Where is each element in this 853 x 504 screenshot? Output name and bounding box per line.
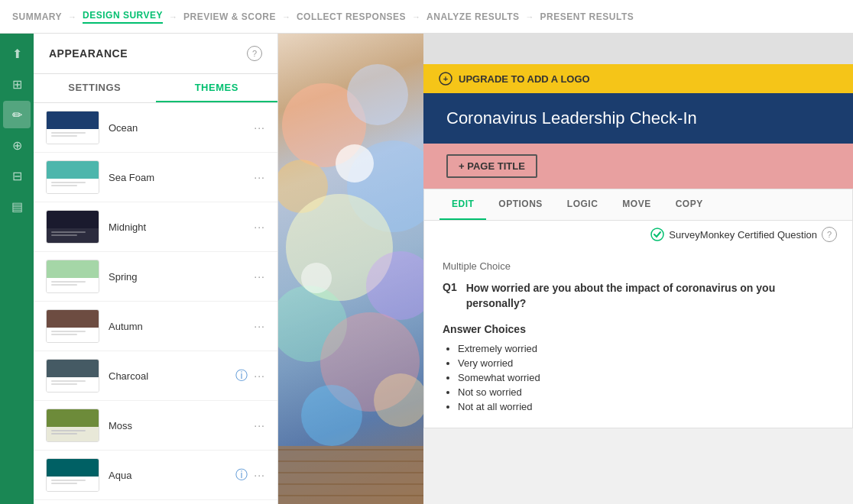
nav-arrow-5: → — [526, 12, 534, 21]
theme-name-midnight: Midnight — [109, 221, 245, 233]
tab-move[interactable]: MOVE — [610, 189, 663, 220]
theme-item-seafoam[interactable]: Sea Foam ··· — [34, 153, 277, 202]
icon-bar-upload[interactable]: ⬆ — [3, 40, 31, 67]
tab-copy[interactable]: COPY — [663, 189, 715, 220]
answer-item-4: Not so worried — [458, 386, 834, 398]
upgrade-label: UPGRADE TO ADD A LOGO — [459, 73, 590, 85]
theme-name-seafoam: Sea Foam — [109, 172, 245, 183]
answer-item-5: Not at all worried — [458, 401, 834, 412]
theme-thumb-autumn — [46, 309, 99, 343]
background-preview — [278, 34, 423, 504]
svg-point-20 — [651, 228, 663, 241]
bokeh-svg — [278, 34, 423, 504]
upgrade-icon: + — [439, 72, 452, 86]
top-bar — [423, 34, 853, 64]
survey-title: Coronavirus Leadership Check-In — [446, 108, 697, 128]
svg-point-11 — [301, 263, 332, 293]
certified-help-icon[interactable]: ? — [822, 227, 837, 242]
tab-options[interactable]: OPTIONS — [486, 189, 555, 220]
theme-item-moss[interactable]: Moss ··· — [34, 401, 277, 451]
nav-arrow-3: → — [282, 12, 290, 21]
svg-point-10 — [336, 144, 374, 183]
theme-thumb-midnight — [46, 210, 99, 244]
page-title-button[interactable]: + PAGE TITLE — [446, 154, 537, 178]
svg-point-8 — [301, 385, 362, 446]
theme-item-citylights[interactable]: City Lights ··· — [34, 500, 277, 504]
question-text: How worried are you about the impact of … — [466, 281, 834, 311]
info-icon-charcoal[interactable]: ⓘ — [235, 368, 248, 384]
theme-thumb-aqua — [46, 458, 99, 492]
sidebar-header: APPEARANCE ? — [34, 34, 277, 74]
theme-name-moss: Moss — [109, 420, 245, 431]
nav-arrow-2: → — [169, 12, 177, 21]
theme-thumb-ocean — [46, 111, 99, 144]
theme-thumb-seafoam — [46, 160, 99, 194]
theme-more-spring[interactable]: ··· — [254, 270, 265, 283]
survey-header: Coronavirus Leadership Check-In — [423, 93, 853, 144]
sidebar-title: APPEARANCE — [49, 47, 128, 60]
nav-step-analyze[interactable]: ANALYZE RESULTS — [426, 11, 520, 22]
svg-text:+: + — [443, 74, 448, 83]
theme-item-charcoal[interactable]: Charcoal ⓘ ··· — [34, 351, 277, 401]
theme-item-aqua[interactable]: Aqua ⓘ ··· — [34, 451, 277, 500]
svg-point-1 — [347, 64, 408, 125]
certified-badge: SurveyMonkey Certified Question — [650, 228, 817, 241]
info-icon-aqua[interactable]: ⓘ — [235, 467, 248, 483]
theme-more-charcoal[interactable]: ··· — [254, 370, 265, 382]
theme-item-midnight[interactable]: Midnight ··· — [34, 202, 277, 252]
icon-bar-card[interactable]: ▤ — [3, 192, 31, 220]
theme-item-spring[interactable]: Spring ··· — [34, 252, 277, 302]
theme-name-aqua: Aqua — [109, 470, 226, 481]
answer-list: Extremely worried Very worried Somewhat … — [443, 343, 834, 412]
question-row: Q1 How worried are you about the impact … — [424, 275, 852, 323]
question-panel: EDIT OPTIONS LOGIC MOVE COPY SurveyMonke… — [423, 189, 853, 428]
upgrade-banner[interactable]: + UPGRADE TO ADD A LOGO — [423, 64, 853, 93]
tab-edit[interactable]: EDIT — [439, 189, 486, 220]
nav-step-collect[interactable]: COLLECT RESPONSES — [297, 11, 406, 22]
theme-name-spring: Spring — [109, 271, 245, 283]
main-layout: ⬆ ⊞ ✏ ⊕ ⊟ ▤ APPEARANCE ? SETTINGS THEMES — [0, 34, 853, 504]
theme-more-autumn[interactable]: ··· — [254, 320, 265, 332]
tab-settings[interactable]: SETTINGS — [34, 74, 156, 102]
answer-item-1: Extremely worried — [458, 343, 834, 354]
nav-step-design[interactable]: DESIGN SURVEY — [83, 10, 163, 24]
question-type-label: Multiple Choice — [424, 248, 852, 275]
answer-choices: Answer Choices Extremely worried Very wo… — [424, 323, 852, 428]
top-navigation: SUMMARY → DESIGN SURVEY → PREVIEW & SCOR… — [0, 0, 853, 34]
nav-step-summary[interactable]: SUMMARY — [12, 11, 62, 22]
answer-item-2: Very worried — [458, 357, 834, 369]
question-number: Q1 — [443, 281, 457, 311]
certified-label: SurveyMonkey Certified Question — [669, 229, 817, 241]
content-area: + UPGRADE TO ADD A LOGO Coronavirus Lead… — [423, 34, 853, 504]
icon-bar-design[interactable]: ✏ — [3, 101, 31, 128]
nav-arrow-4: → — [412, 12, 420, 21]
sidebar-help-icon[interactable]: ? — [247, 46, 262, 61]
theme-item-autumn[interactable]: Autumn ··· — [34, 302, 277, 351]
theme-more-aqua[interactable]: ··· — [254, 469, 265, 481]
page-title-area: + PAGE TITLE — [423, 144, 853, 189]
icon-bar-settings[interactable]: ⊟ — [3, 162, 31, 189]
certified-row: SurveyMonkey Certified Question ? — [424, 221, 852, 248]
nav-step-present[interactable]: PRESENT RESULTS — [540, 11, 634, 22]
theme-thumb-spring — [46, 260, 99, 293]
theme-name-ocean: Ocean — [109, 122, 245, 134]
theme-more-ocean[interactable]: ··· — [254, 121, 265, 134]
tab-logic[interactable]: LOGIC — [555, 189, 611, 220]
theme-list: Ocean ··· Sea Foam ··· — [34, 103, 277, 504]
sidebar-tabs: SETTINGS THEMES — [34, 74, 277, 103]
theme-name-charcoal: Charcoal — [109, 370, 226, 382]
theme-more-seafoam[interactable]: ··· — [254, 171, 265, 183]
icon-bar-flow[interactable]: ⊕ — [3, 131, 31, 159]
theme-more-midnight[interactable]: ··· — [254, 221, 265, 233]
tab-themes[interactable]: THEMES — [156, 74, 278, 102]
theme-item-ocean[interactable]: Ocean ··· — [34, 103, 277, 153]
theme-more-moss[interactable]: ··· — [254, 419, 265, 431]
nav-step-preview[interactable]: PREVIEW & SCORE — [183, 11, 276, 22]
theme-thumb-charcoal — [46, 359, 99, 393]
sidebar: APPEARANCE ? SETTINGS THEMES Ocean ··· — [34, 34, 278, 504]
answer-item-3: Somewhat worried — [458, 372, 834, 383]
certified-check-icon — [650, 228, 664, 241]
theme-name-autumn: Autumn — [109, 321, 245, 332]
theme-thumb-moss — [46, 409, 99, 442]
icon-bar-grid[interactable]: ⊞ — [3, 70, 31, 98]
